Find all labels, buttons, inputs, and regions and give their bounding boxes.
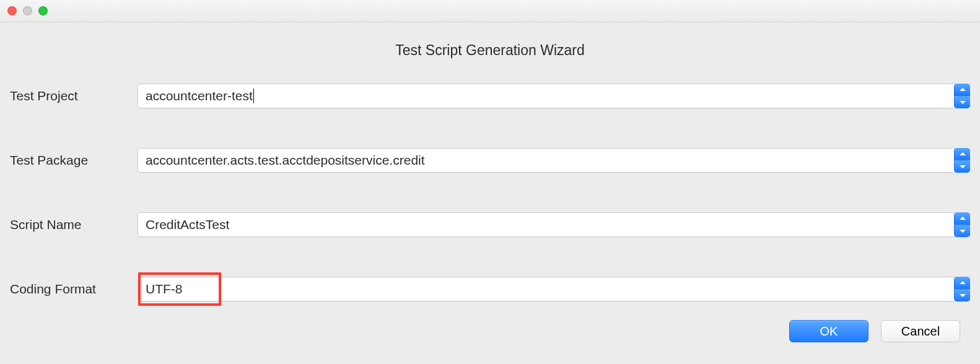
cancel-button[interactable]: Cancel (881, 320, 960, 342)
combo-test-project[interactable]: accountcenter-test (138, 84, 970, 108)
chevron-down-icon[interactable] (954, 160, 970, 173)
stepper-test-package[interactable] (954, 148, 970, 173)
value-test-project: accountcenter-test (146, 89, 253, 103)
field-test-project: Test Project accountcenter-test (10, 84, 970, 108)
value-script-name: CreditActsTest (146, 217, 229, 232)
dialog-title: Test Script Generation Wizard (6, 42, 974, 59)
dialog-content: Test Script Generation Wizard Test Proje… (0, 42, 980, 342)
label-script-name: Script Name (10, 217, 138, 232)
chevron-up-icon[interactable] (954, 148, 970, 160)
close-icon[interactable] (7, 6, 17, 15)
combo-coding-format[interactable]: UTF-8 (138, 277, 970, 301)
chevron-down-icon[interactable] (954, 96, 970, 109)
titlebar (0, 0, 980, 22)
chevron-up-icon[interactable] (954, 212, 970, 225)
field-script-name: Script Name CreditActsTest (10, 212, 970, 237)
chevron-down-icon[interactable] (954, 225, 970, 238)
label-test-project: Test Project (10, 89, 138, 103)
stepper-test-project[interactable] (954, 84, 970, 108)
zoom-icon[interactable] (38, 6, 48, 15)
label-test-package: Test Package (10, 153, 138, 168)
chevron-down-icon[interactable] (954, 289, 970, 302)
stepper-script-name[interactable] (954, 212, 970, 237)
form: Test Project accountcenter-test Test Pac… (6, 84, 974, 301)
chevron-up-icon[interactable] (954, 84, 970, 96)
value-coding-format: UTF-8 (146, 282, 183, 297)
chevron-up-icon[interactable] (954, 277, 970, 289)
text-cursor (253, 89, 254, 103)
minimize-icon[interactable] (23, 6, 32, 15)
combo-script-name[interactable]: CreditActsTest (138, 212, 970, 237)
ok-button[interactable]: OK (789, 320, 868, 342)
stepper-coding-format[interactable] (954, 277, 970, 301)
combo-test-package[interactable]: accountcenter.acts.test.acctdepositservi… (138, 148, 970, 173)
window-controls (7, 6, 48, 15)
value-test-package: accountcenter.acts.test.acctdepositservi… (146, 153, 425, 168)
field-coding-format: Coding Format UTF-8 (10, 277, 970, 301)
field-test-package: Test Package accountcenter.acts.test.acc… (10, 148, 970, 173)
label-coding-format: Coding Format (10, 282, 138, 297)
dialog-footer: OK Cancel (6, 320, 974, 342)
